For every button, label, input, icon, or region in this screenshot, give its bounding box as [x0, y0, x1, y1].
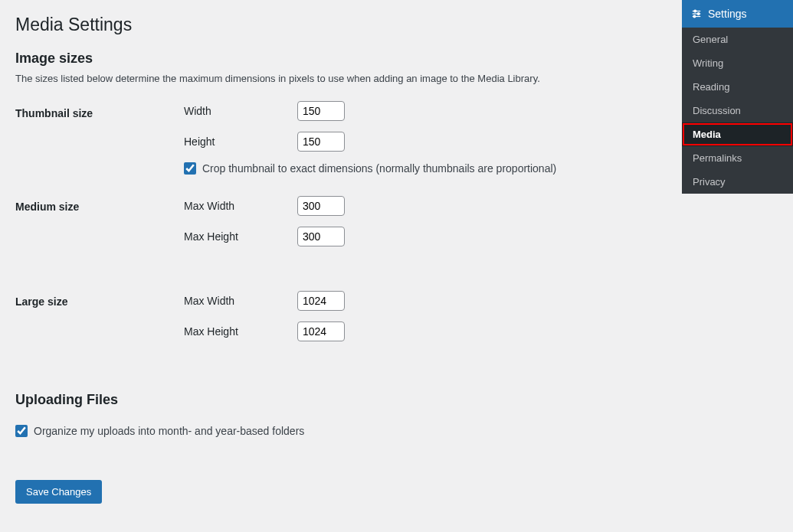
large-row-label: Large size — [15, 257, 184, 352]
sidebar-item-reading[interactable]: Reading — [682, 75, 793, 99]
thumbnail-height-input[interactable] — [297, 132, 345, 152]
medium-max-height-label: Max Height — [184, 230, 297, 243]
main-content: Media Settings Image sizes The sizes lis… — [0, 0, 670, 519]
sidebar-item-media[interactable]: Media — [682, 122, 793, 146]
save-button[interactable]: Save Changes — [15, 480, 102, 504]
sidebar-item-discussion[interactable]: Discussion — [682, 99, 793, 122]
sidebar-item-general[interactable]: General — [682, 28, 793, 51]
organize-uploads-checkbox[interactable] — [15, 425, 28, 437]
thumbnail-width-label: Width — [184, 105, 297, 117]
image-sizes-table: Thumbnail size Width Height Crop thumbna… — [15, 92, 655, 352]
svg-point-3 — [697, 13, 700, 15]
medium-max-width-label: Max Width — [184, 200, 297, 212]
thumbnail-height-label: Height — [184, 135, 297, 148]
thumbnail-row-label: Thumbnail size — [15, 92, 184, 175]
sidebar-header[interactable]: Settings — [682, 0, 793, 28]
thumbnail-crop-label: Crop thumbnail to exact dimensions (norm… — [202, 162, 556, 175]
sidebar-item-permalinks[interactable]: Permalinks — [682, 146, 793, 170]
page-title: Media Settings — [15, 14, 655, 37]
thumbnail-crop-checkbox[interactable] — [184, 162, 196, 175]
medium-row-label: Medium size — [15, 175, 184, 257]
svg-point-1 — [694, 10, 696, 12]
organize-uploads-label: Organize my uploads into month- and year… — [34, 425, 304, 437]
image-sizes-description: The sizes listed below determine the max… — [15, 73, 655, 84]
thumbnail-width-input[interactable] — [297, 101, 345, 121]
large-max-height-label: Max Height — [184, 325, 297, 338]
settings-slider-icon — [691, 8, 702, 19]
sidebar-item-writing[interactable]: Writing — [682, 51, 793, 75]
large-max-width-label: Max Width — [184, 295, 297, 307]
section-image-sizes: Image sizes — [15, 51, 655, 67]
section-uploading-files: Uploading Files — [15, 392, 655, 408]
medium-max-width-input[interactable] — [297, 196, 345, 216]
medium-max-height-input[interactable] — [297, 227, 345, 246]
svg-point-5 — [693, 15, 696, 18]
sidebar-header-label: Settings — [708, 8, 747, 20]
sidebar: Settings General Writing Reading Discuss… — [682, 0, 793, 194]
sidebar-item-privacy[interactable]: Privacy — [682, 170, 793, 194]
large-max-height-input[interactable] — [297, 321, 345, 341]
large-max-width-input[interactable] — [297, 291, 345, 311]
